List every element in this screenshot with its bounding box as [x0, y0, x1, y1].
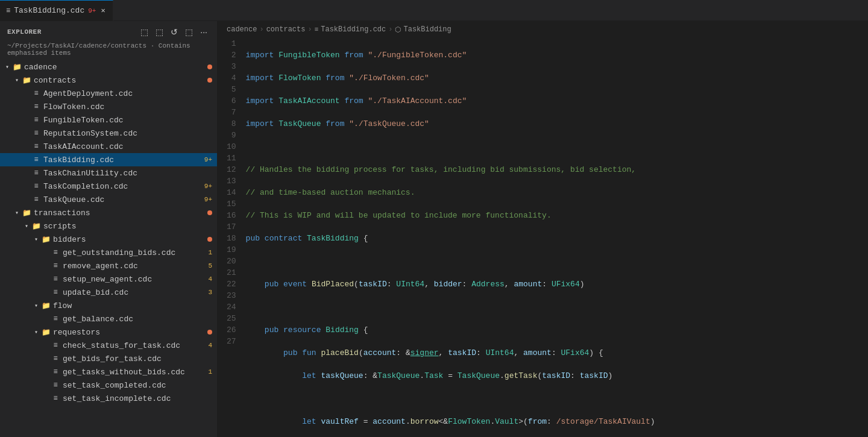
expand-arrow: ▾: [31, 236, 41, 243]
code-line-3: import TaskAIAccount from "./TaskAIAccou…: [246, 95, 858, 107]
breadcrumb-sep: ›: [388, 25, 392, 34]
file-icon: ≡: [31, 156, 41, 164]
code-line-14: pub fun placeBid(account: &signer, taskI…: [246, 347, 858, 359]
modified-dot: [207, 78, 212, 83]
sidebar-item-set-task-incomplete[interactable]: ≡ set_task_incomplete.cdc: [0, 392, 217, 405]
sidebar-item-taskaiaccount[interactable]: ≡ TaskAIAccount.cdc: [0, 140, 217, 153]
sidebar-item-flow[interactable]: ▾ 📁 flow: [0, 299, 217, 312]
tab-close-button[interactable]: ✕: [99, 5, 106, 16]
folder-icon: 📁: [31, 222, 41, 231]
file-icon: ≡: [31, 169, 41, 177]
file-icon: ≡: [51, 341, 60, 350]
breadcrumb-part-symbol: TaskBidding: [403, 25, 451, 34]
sidebar-item-fungibletoken[interactable]: ≡ FungibleToken.cdc: [0, 113, 217, 127]
code-line-15: let taskQueue: &TaskQueue.Task = TaskQue…: [246, 370, 858, 382]
file-label: TaskQueue.cdc: [43, 195, 204, 204]
code-line-1: import FungibleToken from "./FungibleTok…: [246, 49, 858, 61]
breadcrumb-part-filename: TaskBidding.cdc: [321, 25, 386, 34]
file-label: get_balance.cdc: [63, 315, 217, 324]
file-label: get_outstanding_bids.cdc: [63, 248, 208, 257]
code-container[interactable]: 12345 678910 1112131415 1617181920 21222…: [217, 38, 868, 437]
sidebar-item-requestors[interactable]: ▾ 📁 requestors: [0, 325, 217, 339]
file-label: check_status_for_task.cdc: [63, 341, 208, 350]
sidebar-item-bidders[interactable]: ▾ 📁 bidders: [0, 233, 217, 246]
sidebar-header: EXPLORER ⬚ ⬚ ↺ ⬚ ···: [0, 21, 217, 42]
sidebar-item-update-bid[interactable]: ≡ update_bid.cdc 3: [0, 286, 217, 299]
sidebar-item-reputationsystem[interactable]: ≡ ReputationSystem.cdc: [0, 127, 217, 140]
tab-taskbidding[interactable]: ≡ TaskBidding.cdc 9+ ✕: [0, 0, 113, 21]
file-icon: ≡: [51, 354, 60, 363]
refresh-button[interactable]: ↺: [168, 26, 180, 38]
file-icon: ≡: [31, 195, 41, 204]
file-icon: ≡: [51, 381, 60, 389]
file-label: remove_agent.cdc: [63, 262, 208, 271]
file-label: ReputationSystem.cdc: [43, 129, 217, 138]
sidebar-item-taskchainutility[interactable]: ≡ TaskChainUtility.cdc: [0, 166, 217, 180]
sidebar-item-remove-agent[interactable]: ≡ remove_agent.cdc 5: [0, 259, 217, 272]
expand-arrow: ▾: [31, 302, 41, 309]
sidebar-item-get-outstanding-bids[interactable]: ≡ get_outstanding_bids.cdc 1: [0, 246, 217, 259]
modified-dot: [207, 237, 212, 242]
folder-icon: 📁: [41, 328, 51, 337]
new-file-button[interactable]: ⬚: [138, 26, 151, 38]
code-editor[interactable]: import FungibleToken from "./FungibleTok…: [241, 38, 868, 437]
sidebar-item-agentdeployment[interactable]: ≡ AgentDeployment.cdc: [0, 87, 217, 100]
folder-icon: 📁: [22, 76, 31, 85]
expand-arrow: ▾: [12, 77, 22, 84]
file-icon: ≡: [51, 315, 60, 323]
sidebar-item-scripts[interactable]: ▾ 📁 scripts: [0, 219, 217, 233]
file-badge: 1: [208, 249, 212, 256]
file-label: set_task_incomplete.cdc: [63, 394, 217, 403]
file-icon: ≡: [6, 7, 10, 15]
file-icon: ≡: [51, 288, 60, 297]
code-line-12: [246, 301, 858, 313]
file-badge: 1: [208, 368, 212, 376]
file-breadcrumb-icon: ≡: [315, 26, 319, 33]
sidebar-item-check-status[interactable]: ≡ check_status_for_task.cdc 4: [0, 339, 217, 352]
sidebar-item-cadence[interactable]: ▾ 📁 cadence: [0, 60, 217, 74]
code-line-7: // and time-based auction mechanics.: [246, 187, 858, 198]
file-badge: 9+: [204, 183, 212, 190]
file-badge: 5: [208, 262, 212, 269]
new-folder-button[interactable]: ⬚: [153, 26, 166, 38]
file-badge: 4: [208, 342, 212, 349]
file-label: TaskCompletion.cdc: [43, 182, 204, 191]
file-badge: 3: [208, 289, 212, 296]
sidebar-item-taskcompletion[interactable]: ≡ TaskCompletion.cdc 9+: [0, 180, 217, 193]
file-label: get_bids_for_task.cdc: [63, 354, 217, 363]
file-icon: ≡: [31, 89, 41, 98]
file-label: FungibleToken.cdc: [43, 116, 217, 125]
more-options-button[interactable]: ···: [198, 26, 210, 38]
sidebar-item-taskbidding[interactable]: ≡ TaskBidding.cdc 9+: [0, 153, 217, 166]
collapse-all-button[interactable]: ⬚: [183, 26, 195, 38]
breadcrumb-sep: ›: [307, 25, 312, 34]
sidebar-item-flowtoken[interactable]: ≡ FlowToken.cdc: [0, 100, 217, 113]
sidebar-item-contracts[interactable]: ▾ 📁 contracts: [0, 74, 217, 87]
sidebar-item-setup-new-agent[interactable]: ≡ setup_new_agent.cdc 4: [0, 272, 217, 286]
sidebar-item-set-task-completed[interactable]: ≡ set_task_completed.cdc: [0, 379, 217, 392]
sidebar-item-taskqueue[interactable]: ≡ TaskQueue.cdc 9+: [0, 193, 217, 206]
modified-dot: [207, 210, 212, 215]
breadcrumb: cadence › contracts › ≡ TaskBidding.cdc …: [217, 21, 868, 38]
expand-arrow: ▾: [12, 209, 22, 216]
code-line-11: pub event BidPlaced(taskID: UInt64, bidd…: [246, 278, 858, 290]
code-line-10: [246, 256, 858, 267]
expand-arrow: ▾: [31, 329, 41, 336]
sidebar-title: EXPLORER: [7, 28, 42, 36]
file-badge: 9+: [204, 196, 212, 203]
sidebar-item-transactions[interactable]: ▾ 📁 transactions: [0, 206, 217, 219]
sidebar: EXPLORER ⬚ ⬚ ↺ ⬚ ··· ~/Projects/TaskAI/c…: [0, 21, 217, 437]
sidebar-tree[interactable]: ▾ 📁 cadence ▾ 📁 contracts ≡ AgentDeploym…: [0, 60, 217, 437]
code-line-17: let vaultRef = account.borrow<&FlowToken…: [246, 416, 858, 427]
code-line-13: pub resource Bidding {: [246, 324, 858, 336]
folder-label: bidders: [53, 235, 207, 244]
sidebar-item-get-tasks-without-bids[interactable]: ≡ get_tasks_without_bids.cdc 1: [0, 365, 217, 379]
code-line-2: import FlowToken from "./FlowToken.cdc": [246, 72, 858, 84]
sidebar-item-get-balance[interactable]: ≡ get_balance.cdc: [0, 312, 217, 325]
modified-dot: [207, 64, 212, 69]
breadcrumb-part-symbol-icon: ⬡: [395, 25, 401, 34]
code-line-5: [246, 141, 858, 152]
folder-label: flow: [53, 301, 217, 310]
tab-label: TaskBidding.cdc: [14, 6, 84, 15]
sidebar-item-get-bids-for-task[interactable]: ≡ get_bids_for_task.cdc: [0, 352, 217, 365]
